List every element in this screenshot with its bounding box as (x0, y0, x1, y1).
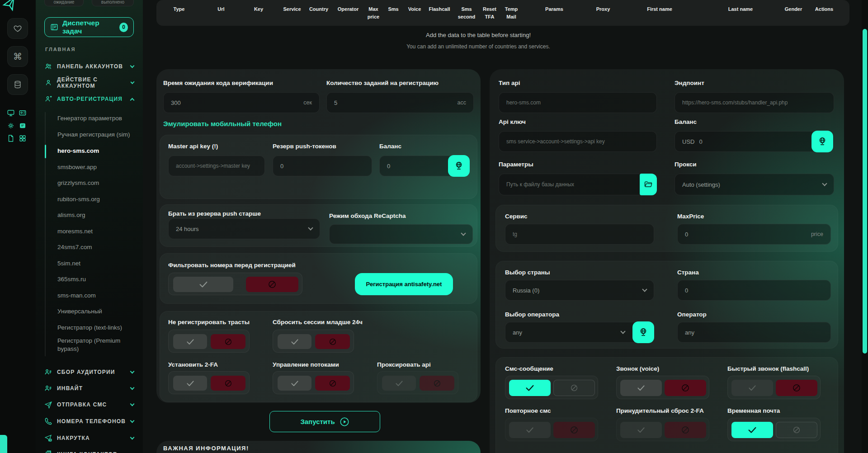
sidebar-item-auto-registration[interactable]: АВТО-РЕГИСТРАЦИЯ (44, 93, 134, 105)
task-count-input[interactable]: 5acc (326, 92, 474, 113)
service-input[interactable]: tg (505, 224, 654, 245)
command-button[interactable]: ⌘ (7, 46, 28, 67)
block-option[interactable] (211, 376, 245, 391)
master-key-input[interactable]: account->settings->master key (168, 156, 265, 176)
check-balance-button[interactable] (811, 131, 833, 152)
check-icon (747, 425, 757, 435)
sidebar-item-phone-numbers[interactable]: НОМЕРА ТЕЛЕФОНОВ (44, 415, 134, 427)
important-info-title: ВАЖНАЯ ИНФОРМАЦИЯ! (163, 445, 249, 452)
sidebar-item-invite[interactable]: ИНВАЙТ (44, 382, 134, 394)
operator-select[interactable]: any (505, 322, 654, 343)
recaptcha-mode-select[interactable] (329, 224, 473, 244)
params-input[interactable]: Путь к файлу базы данных (499, 174, 657, 195)
allow-option[interactable] (620, 422, 662, 438)
proxy-select[interactable]: Auto (settings) (675, 174, 834, 195)
favorites-button[interactable] (7, 18, 28, 39)
submenu-item[interactable]: sms-man.com (57, 292, 132, 300)
gear-icon[interactable] (6, 121, 15, 130)
browse-file-button[interactable] (640, 174, 657, 195)
webcam-icon[interactable] (18, 109, 27, 118)
block-option[interactable] (246, 277, 298, 292)
push-reserve-input[interactable]: 0 (273, 156, 372, 176)
block-option[interactable] (315, 334, 350, 349)
submenu-item-active[interactable]: hero-sms.com (57, 147, 132, 155)
max-price-input[interactable]: 0price (677, 224, 831, 245)
board-icon[interactable] (6, 109, 15, 118)
emulate-phone-link[interactable]: Эмулировать мобильный телефон (163, 120, 282, 127)
field-label: Страна (677, 269, 699, 276)
send-logo-icon[interactable] (2, 0, 17, 12)
database-button[interactable] (7, 74, 28, 95)
allow-option[interactable] (278, 334, 311, 349)
column-header: First name (641, 5, 679, 13)
api-type-input[interactable]: hero-sms.com (499, 92, 657, 113)
allow-option[interactable] (509, 380, 551, 396)
field-label: Фильтровать номера перед регистрацией (168, 262, 296, 269)
block-option[interactable] (776, 422, 817, 438)
operator-input[interactable]: any (677, 322, 831, 343)
block-option[interactable] (665, 380, 706, 396)
field-label: Прокси (675, 161, 697, 168)
country-input[interactable]: 0 (677, 280, 831, 301)
scrollbar-thumb[interactable] (863, 29, 867, 354)
block-option[interactable] (776, 380, 817, 396)
task-manager-button[interactable]: Диспетчер задач 0 (44, 17, 134, 37)
check-balance-button[interactable] (448, 155, 470, 177)
submenu-item[interactable]: Регистратор (text-links) (57, 324, 132, 332)
block-option[interactable] (315, 376, 350, 391)
block-option[interactable] (665, 422, 706, 438)
submenu-item[interactable]: Ручная регистрация (sim) (57, 131, 132, 139)
field-label: Смс-сообщение (505, 365, 553, 372)
allow-option[interactable] (731, 422, 773, 438)
allow-option[interactable] (173, 277, 233, 292)
grid-icon[interactable] (18, 134, 27, 143)
balance-input[interactable]: USD0 (675, 131, 834, 152)
submenu-item[interactable]: 24sms7.com (57, 243, 132, 251)
endpoint-input[interactable]: https://hero-sms.com/stubs/handler_api.p… (675, 92, 834, 113)
sidebar-item-send-sms[interactable]: ОТПРАВКА СМС (44, 399, 134, 411)
repeat-sms-toggle (505, 418, 598, 441)
allow-option[interactable] (509, 422, 551, 438)
submenu-item[interactable]: Регистратор (Premium bypass) (57, 337, 132, 353)
submenu-item[interactable]: rubiton-sms.org (57, 195, 132, 203)
chevron-down-icon (130, 64, 135, 68)
block-option[interactable] (553, 422, 595, 438)
block-option[interactable] (211, 334, 245, 349)
sidebar-item-accounts-panel[interactable]: ПАНЕЛЬ АККАУНТОВ (44, 61, 134, 72)
sidebar-item-audience-collection[interactable]: СБОР АУДИТОРИИ (44, 366, 134, 378)
block-option[interactable] (553, 380, 595, 396)
sidebar-item-boosting[interactable]: НАКРУТКА (44, 432, 134, 444)
allow-option[interactable] (173, 376, 207, 391)
check-icon (186, 379, 195, 388)
allow-option[interactable] (620, 380, 662, 396)
status-filter-done[interactable]: выполнено (92, 0, 134, 6)
antisafety-registration-button[interactable]: Регистрация antisafety.net (355, 273, 453, 295)
submenu-item[interactable]: smsbower.app (57, 163, 132, 171)
submenu-item[interactable]: 5sim.net (57, 260, 132, 268)
api-key-input[interactable]: sms service->account->settings->api key (499, 131, 657, 152)
status-filter-waiting[interactable]: ожидание (44, 0, 84, 6)
block-option[interactable] (420, 376, 454, 391)
allow-option[interactable] (382, 376, 416, 391)
card-icon[interactable] (18, 121, 27, 130)
submenu-item[interactable]: 365sms.ru (57, 275, 132, 283)
sidebar-item-account-action[interactable]: ДЕЙСТВИЕ С АККАУНТОМ (44, 77, 134, 89)
wait-code-input[interactable]: 300сек (163, 92, 320, 113)
submenu-item[interactable]: grizzlysms.com (57, 179, 132, 187)
column-header: Sms second (455, 5, 478, 20)
submenu-item[interactable]: Универсальный (57, 307, 132, 316)
submenu-item[interactable]: moresms.net (57, 227, 132, 236)
set-2fa-toggle (168, 371, 250, 394)
allow-option[interactable] (173, 334, 207, 349)
allow-option[interactable] (731, 380, 773, 396)
push-age-select[interactable]: 24 hours (168, 218, 320, 239)
allow-option[interactable] (278, 376, 311, 391)
country-select[interactable]: Russia (0) (505, 280, 654, 301)
field-label: Звонок (voice) (616, 365, 659, 372)
sidebar-item-contacts-book[interactable]: КНИГА КОНТАКТОВ (44, 448, 134, 453)
start-button[interactable]: Запустить (269, 411, 380, 432)
submenu-item[interactable]: alisms.org (57, 211, 132, 219)
submenu-item[interactable]: Генератор параметров (57, 114, 132, 123)
load-operators-button[interactable] (632, 321, 654, 343)
document-icon[interactable] (6, 134, 15, 143)
